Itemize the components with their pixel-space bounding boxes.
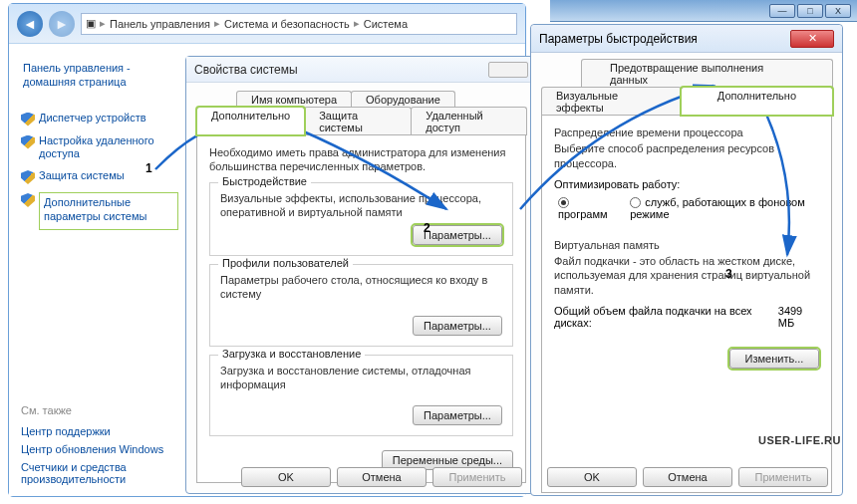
group-user-profiles: Профили пользователей Параметры рабочего… bbox=[209, 264, 513, 347]
sidebar-item-protection[interactable]: Защита системы bbox=[21, 167, 180, 188]
vm-hdr: Виртуальная память bbox=[554, 238, 819, 252]
radio-icon bbox=[558, 197, 569, 208]
radio-label: служб, работающих в фоновом режиме bbox=[630, 196, 805, 220]
group-title: Быстродействие bbox=[218, 175, 311, 187]
sidebar-item-label: Защита системы bbox=[39, 169, 125, 183]
group-performance: Быстродействие Визуальные эффекты, испол… bbox=[209, 182, 513, 257]
sidebar-footer: См. также Центр поддержки Центр обновлен… bbox=[21, 396, 180, 488]
shield-icon bbox=[21, 193, 35, 207]
sched-hdr: Распределение времени процессора bbox=[554, 126, 819, 139]
maximize-button[interactable]: □ bbox=[797, 4, 823, 18]
sidebar-item-remote[interactable]: Настройка удаленного доступа bbox=[21, 132, 180, 166]
sidebar-footer-header: См. также bbox=[21, 404, 180, 416]
sidebar: Панель управления - домашняя страница Ди… bbox=[9, 44, 184, 496]
window-title-bar: — □ X bbox=[550, 0, 857, 22]
callout-3: 3 bbox=[725, 267, 732, 281]
tab-dep[interactable]: Предотвращение выполнения данных bbox=[581, 59, 833, 88]
nav-back-button[interactable]: ◄ bbox=[17, 11, 43, 37]
dialog-buttons: OK Отмена Применить bbox=[241, 467, 522, 487]
cancel-button[interactable]: Отмена bbox=[337, 467, 427, 487]
shield-icon bbox=[21, 170, 35, 184]
ok-button[interactable]: OK bbox=[547, 467, 637, 487]
tab-remote[interactable]: Удаленный доступ bbox=[411, 107, 527, 135]
callout-1: 1 bbox=[145, 161, 152, 175]
dialog-title-text: Параметры быстродействия bbox=[539, 32, 698, 46]
radio-label: программ bbox=[558, 208, 608, 220]
group-title: Загрузка и восстановление bbox=[218, 348, 365, 360]
radio-programs[interactable]: программ bbox=[558, 196, 614, 220]
sidebar-item-label: Диспетчер устройств bbox=[39, 112, 146, 126]
minimize-button[interactable]: — bbox=[769, 4, 795, 18]
dialog-title-text: Свойства системы bbox=[194, 63, 298, 77]
sidebar-home-link[interactable]: Панель управления - домашняя страница bbox=[21, 58, 180, 96]
sidebar-item-advanced[interactable]: Дополнительные параметры системы bbox=[21, 190, 180, 234]
tab-advanced[interactable]: Дополнительно bbox=[681, 87, 833, 116]
startup-recovery-settings-button[interactable]: Параметры... bbox=[413, 405, 502, 425]
tab-hardware[interactable]: Оборудование bbox=[351, 91, 455, 108]
dialog-buttons: OK Отмена Применить bbox=[547, 467, 828, 487]
sidebar-footer-link[interactable]: Центр поддержки bbox=[21, 422, 180, 440]
vm-total-label: Общий объем файла подкачки на всех диска… bbox=[554, 305, 778, 329]
cancel-button[interactable]: Отмена bbox=[643, 467, 732, 487]
radio-icon bbox=[630, 197, 641, 208]
group-text: Параметры рабочего стола, относящиеся ко… bbox=[220, 273, 502, 302]
breadcrumb-icon: ▣ bbox=[86, 17, 96, 30]
system-properties-dialog: Свойства системы Имя компьютера Оборудов… bbox=[185, 56, 537, 494]
admin-note: Необходимо иметь права администратора дл… bbox=[209, 145, 513, 174]
close-button[interactable]: X bbox=[825, 4, 851, 18]
radio-services[interactable]: служб, работающих в фоновом режиме bbox=[630, 196, 819, 220]
user-profiles-settings-button[interactable]: Параметры... bbox=[413, 316, 502, 336]
optimize-label: Оптимизировать работу: bbox=[554, 178, 819, 190]
chevron-right-icon: ▸ bbox=[214, 17, 220, 30]
shield-icon bbox=[21, 135, 35, 149]
breadcrumb[interactable]: ▣ ▸ Панель управления ▸ Система и безопа… bbox=[81, 13, 517, 35]
performance-options-dialog: Параметры быстродействия ✕ Предотвращени… bbox=[530, 24, 843, 496]
sidebar-footer-link[interactable]: Центр обновления Windows bbox=[21, 440, 180, 458]
apply-button[interactable]: Применить bbox=[738, 467, 828, 487]
breadcrumb-seg[interactable]: Панель управления bbox=[110, 18, 210, 30]
explorer-header: ◄ ► ▣ ▸ Панель управления ▸ Система и бе… bbox=[9, 4, 525, 44]
tab-panel: Необходимо иметь права администратора дл… bbox=[196, 134, 526, 483]
chevron-right-icon: ▸ bbox=[100, 17, 106, 30]
group-startup-recovery: Загрузка и восстановление Загрузка и вос… bbox=[209, 355, 513, 437]
tab-visual-effects[interactable]: Визуальные эффекты bbox=[541, 87, 682, 116]
tab-system-protection[interactable]: Защита системы bbox=[304, 107, 412, 135]
change-button[interactable]: Изменить... bbox=[729, 349, 819, 369]
group-title: Профили пользователей bbox=[218, 257, 353, 269]
sidebar-footer-link[interactable]: Счетчики и средства производительности bbox=[21, 458, 180, 488]
dialog-close-button[interactable]: ✕ bbox=[790, 30, 834, 48]
breadcrumb-seg[interactable]: Система bbox=[364, 18, 408, 30]
vm-text: Файл подкачки - это область на жестком д… bbox=[554, 254, 819, 297]
sidebar-item-device-manager[interactable]: Диспетчер устройств bbox=[21, 110, 180, 130]
sidebar-item-label: Настройка удаленного доступа bbox=[39, 134, 178, 162]
group-text: Визуальные эффекты, использование процес… bbox=[220, 191, 502, 220]
vm-total-value: 3499 МБ bbox=[778, 305, 819, 329]
nav-forward-button[interactable]: ► bbox=[49, 11, 75, 37]
chevron-right-icon: ▸ bbox=[354, 17, 360, 30]
apply-button[interactable]: Применить bbox=[432, 467, 522, 487]
ok-button[interactable]: OK bbox=[241, 467, 331, 487]
group-text: Загрузка и восстановление системы, отлад… bbox=[220, 364, 502, 392]
tab-computer-name[interactable]: Имя компьютера bbox=[236, 91, 352, 108]
breadcrumb-seg[interactable]: Система и безопасность bbox=[224, 18, 350, 30]
sidebar-item-label: Дополнительные параметры системы bbox=[39, 192, 178, 230]
tab-advanced[interactable]: Дополнительно bbox=[196, 107, 305, 135]
sched-text: Выберите способ распределения ресурсов п… bbox=[554, 141, 819, 170]
watermark: USER-LIFE.RU bbox=[758, 434, 841, 446]
shield-icon bbox=[21, 113, 35, 126]
dialog-title-bar: Параметры быстродействия ✕ bbox=[531, 25, 842, 53]
dialog-title-bar: Свойства системы bbox=[186, 57, 536, 83]
callout-2: 2 bbox=[424, 221, 430, 235]
dialog-close-button[interactable] bbox=[488, 62, 528, 78]
